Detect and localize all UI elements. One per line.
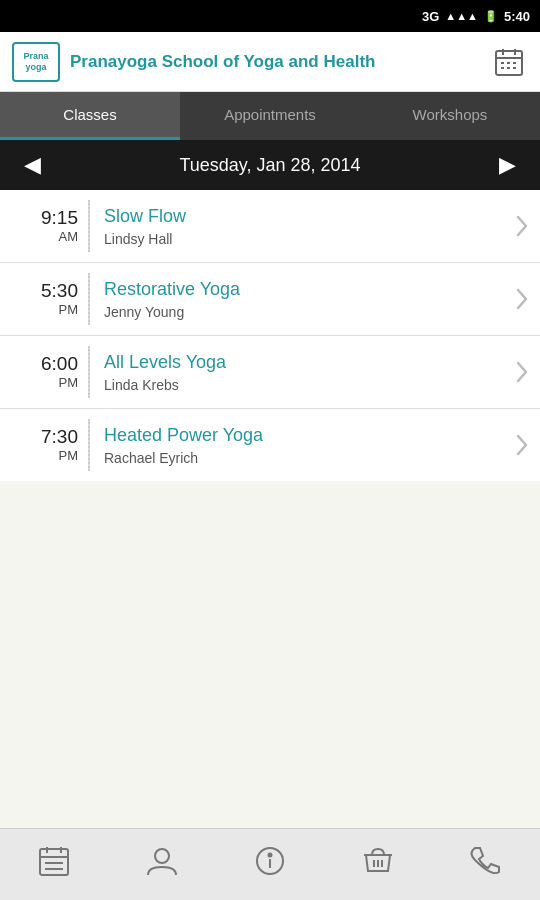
time-hour: 9:15	[16, 208, 78, 229]
class-chevron	[504, 288, 540, 310]
class-details: All Levels Yoga Linda Krebs	[100, 351, 504, 392]
svg-point-12	[155, 849, 169, 863]
schedule-list: 9:15 AM Slow Flow Lindsy Hall 5:30 PM Re…	[0, 190, 540, 481]
tab-appointments[interactable]: Appointments	[180, 92, 360, 140]
current-date-label: Tuesday, Jan 28, 2014	[179, 155, 360, 176]
class-chevron	[504, 434, 540, 456]
app-logo: Pranayoga	[12, 42, 60, 82]
bottom-nav-schedule[interactable]	[0, 829, 108, 900]
calendar-button[interactable]	[490, 43, 528, 81]
class-time: 6:00 PM	[0, 354, 88, 390]
schedule-item[interactable]: 5:30 PM Restorative Yoga Jenny Young	[0, 263, 540, 336]
app-title: Pranayoga School of Yoga and Health	[70, 52, 490, 72]
schedule-item[interactable]: 6:00 PM All Levels Yoga Linda Krebs	[0, 336, 540, 409]
class-time: 9:15 AM	[0, 208, 88, 244]
time-divider	[88, 419, 90, 471]
battery-icon: 🔋	[484, 10, 498, 23]
bottom-nav-phone[interactable]	[432, 829, 540, 900]
time-period: PM	[16, 302, 78, 317]
info-nav-icon	[254, 845, 286, 884]
time-divider	[88, 346, 90, 398]
class-time: 5:30 PM	[0, 281, 88, 317]
svg-point-15	[269, 854, 272, 857]
time-divider	[88, 273, 90, 325]
time-period: AM	[16, 229, 78, 244]
bottom-nav-basket[interactable]	[324, 829, 432, 900]
clock: 5:40	[504, 9, 530, 24]
class-details: Restorative Yoga Jenny Young	[100, 278, 504, 319]
time-hour: 5:30	[16, 281, 78, 302]
class-name: Heated Power Yoga	[104, 424, 504, 447]
time-period: PM	[16, 448, 78, 463]
instructor-name: Linda Krebs	[104, 377, 504, 393]
class-chevron	[504, 361, 540, 383]
bottom-navigation	[0, 828, 540, 900]
empty-area	[0, 481, 540, 791]
logo-text: Pranayoga	[23, 51, 48, 73]
tab-classes[interactable]: Classes	[0, 92, 180, 140]
schedule-nav-icon	[38, 845, 70, 884]
schedule-item[interactable]: 7:30 PM Heated Power Yoga Rachael Eyrich	[0, 409, 540, 481]
date-navigation: ◀ Tuesday, Jan 28, 2014 ▶	[0, 140, 540, 190]
next-date-button[interactable]: ▶	[489, 146, 526, 184]
status-bar: 3G ▲▲▲ 🔋 5:40	[0, 0, 540, 32]
app-header: Pranayoga Pranayoga School of Yoga and H…	[0, 32, 540, 92]
tab-workshops[interactable]: Workshops	[360, 92, 540, 140]
time-hour: 7:30	[16, 427, 78, 448]
instructor-name: Lindsy Hall	[104, 231, 504, 247]
class-name: Slow Flow	[104, 205, 504, 228]
network-indicator: 3G	[422, 9, 439, 24]
instructor-name: Jenny Young	[104, 304, 504, 320]
time-hour: 6:00	[16, 354, 78, 375]
bottom-nav-info[interactable]	[216, 829, 324, 900]
prev-date-button[interactable]: ◀	[14, 146, 51, 184]
class-name: All Levels Yoga	[104, 351, 504, 374]
time-period: PM	[16, 375, 78, 390]
phone-nav-icon	[470, 845, 502, 884]
tab-bar: Classes Appointments Workshops	[0, 92, 540, 140]
schedule-item[interactable]: 9:15 AM Slow Flow Lindsy Hall	[0, 190, 540, 263]
time-divider	[88, 200, 90, 252]
class-chevron	[504, 215, 540, 237]
profile-nav-icon	[146, 845, 178, 884]
instructor-name: Rachael Eyrich	[104, 450, 504, 466]
class-time: 7:30 PM	[0, 427, 88, 463]
bottom-nav-profile[interactable]	[108, 829, 216, 900]
signal-icon: ▲▲▲	[445, 10, 478, 22]
basket-nav-icon	[362, 845, 394, 884]
class-details: Slow Flow Lindsy Hall	[100, 205, 504, 246]
class-name: Restorative Yoga	[104, 278, 504, 301]
class-details: Heated Power Yoga Rachael Eyrich	[100, 424, 504, 465]
